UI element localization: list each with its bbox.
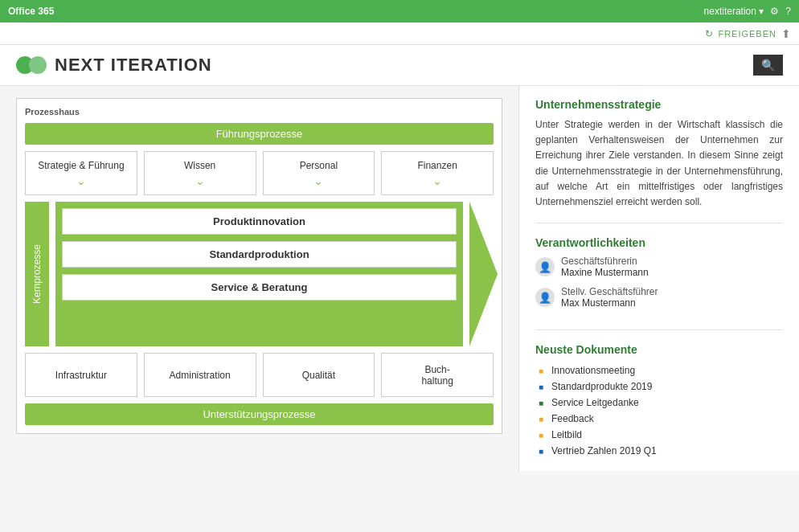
person-item-2: 👤 Stellv. Geschäftsführer Max Mustermann — [535, 286, 783, 309]
finanzen-chevron: ⌄ — [432, 174, 442, 187]
middle-section: Kernprozesse Produktinnovation Standardp… — [25, 202, 494, 346]
top-box-wissen-label: Wissen — [184, 160, 215, 171]
top-box-strategie[interactable]: Strategie & Führung ⌄ — [25, 151, 137, 195]
bottom-box-buchhaltung[interactable]: Buch-haltung — [381, 353, 494, 397]
kern-row-service[interactable]: Service & Beratung — [62, 274, 457, 301]
logo-circle-2 — [29, 56, 47, 74]
dok-icon-2: ■ — [535, 381, 547, 392]
search-button[interactable]: 🔍 — [753, 55, 783, 76]
top-box-personal[interactable]: Personal ⌄ — [263, 151, 375, 195]
refresh-icon[interactable]: ↻ — [705, 28, 713, 39]
dokumente-title: Neuste Dokumente — [535, 343, 783, 356]
kern-arrow-body: Produktinnovation Standardproduktion Ser… — [55, 202, 463, 346]
logo-circles — [16, 56, 47, 74]
list-item[interactable]: ■ Vertrieb Zahlen 2019 Q1 — [535, 443, 783, 459]
person-icon-2: 👤 — [535, 288, 555, 307]
list-item[interactable]: ■ Innovationsmeeting — [535, 362, 783, 379]
prozesshaus-label: Prozesshaus — [25, 107, 494, 117]
wissen-chevron: ⌄ — [195, 174, 205, 187]
top-box-finanzen-label: Finanzen — [417, 160, 457, 171]
question-icon[interactable]: ? — [785, 6, 791, 17]
top-box-wissen[interactable]: Wissen ⌄ — [144, 151, 256, 195]
gear-icon[interactable]: ⚙ — [770, 6, 779, 17]
dok-icon-6: ■ — [535, 445, 547, 456]
logo-area: NEXT ITERATION — [16, 55, 212, 76]
fuhrungsprozesse-bar[interactable]: Führungsprozesse — [25, 123, 494, 145]
person-info-2: Stellv. Geschäftsführer Max Mustermann — [561, 286, 658, 309]
personal-chevron: ⌄ — [313, 174, 323, 187]
main-content: Prozesshaus Führungsprozesse Strategie &… — [0, 86, 799, 471]
bottom-box-qualitat[interactable]: Qualität — [263, 353, 375, 397]
top-box-finanzen[interactable]: Finanzen ⌄ — [381, 151, 494, 195]
strategie-chevron: ⌄ — [76, 174, 86, 187]
bottom-box-administration[interactable]: Administration — [144, 353, 256, 397]
dokumente-list: ■ Innovationsmeeting ■ Standardprodukte … — [535, 362, 783, 459]
top-box-strategie-label: Strategie & Führung — [38, 160, 124, 171]
dok-name-3: Service Leitgedanke — [551, 397, 639, 408]
dok-icon-1: ■ — [535, 365, 547, 376]
left-panel: Prozesshaus Führungsprozesse Strategie &… — [0, 86, 518, 471]
top-box-personal-label: Personal — [300, 160, 338, 171]
top-boxes: Strategie & Führung ⌄ Wissen ⌄ Personal … — [25, 151, 494, 195]
prozesshaus-box: Prozesshaus Führungsprozesse Strategie &… — [16, 98, 502, 434]
kernprozesse-label-box: Kernprozesse — [25, 202, 49, 346]
dok-icon-3: ■ — [535, 397, 547, 408]
dok-name-1: Innovationsmeeting — [551, 365, 635, 376]
list-item[interactable]: ■ Standardprodukte 2019 — [535, 379, 783, 395]
bottom-box-infrastruktur[interactable]: Infrastruktur — [25, 353, 137, 397]
top-bar-right: nextiteration ▾ ⚙ ? — [704, 6, 791, 17]
person-role-2: Stellv. Geschäftsführer — [561, 286, 658, 297]
bottom-boxes: Infrastruktur Administration Qualität Bu… — [25, 353, 494, 397]
unterstutzungsprozesse-bar[interactable]: Unterstützungsprozesse — [25, 403, 494, 425]
dok-icon-4: ■ — [535, 413, 547, 424]
top-bar: Office 365 nextiteration ▾ ⚙ ? — [0, 0, 799, 23]
kern-row-standardproduktion[interactable]: Standardproduktion — [62, 241, 457, 268]
sub-bar: ↻ FREIGEBEN ⬆ — [0, 23, 799, 45]
list-item[interactable]: ■ Leitbild — [535, 427, 783, 443]
strategy-desc: Unter Strategie werden in der Wirtschaft… — [535, 117, 783, 223]
person-name-1: Maxine Mustermann — [561, 267, 649, 278]
kern-row-produktinnovation[interactable]: Produktinnovation — [62, 208, 457, 235]
dok-name-5: Leitbild — [551, 429, 582, 440]
verantwortlichkeiten-section: Verantwortlichkeiten 👤 Geschäftsführerin… — [535, 236, 783, 330]
dok-name-2: Standardprodukte 2019 — [551, 381, 652, 392]
person-info-1: Geschäftsführerin Maxine Mustermann — [561, 256, 649, 278]
app-name: Office 365 — [8, 6, 54, 17]
freigeben-label[interactable]: FREIGEBEN — [718, 29, 776, 39]
user-menu[interactable]: nextiteration ▾ — [704, 6, 764, 17]
kern-arrow-tip — [469, 202, 498, 346]
person-role-1: Geschäftsführerin — [561, 256, 649, 267]
freigeben-area: ↻ FREIGEBEN ⬆ — [705, 27, 791, 40]
share-icon[interactable]: ⬆ — [781, 27, 791, 40]
person-item-1: 👤 Geschäftsführerin Maxine Mustermann — [535, 256, 783, 278]
verantwortlichkeiten-title: Verantwortlichkeiten — [535, 236, 783, 249]
header: NEXT ITERATION 🔍 — [0, 45, 799, 86]
dok-name-4: Feedback — [551, 413, 594, 424]
right-panel: Unternehmensstrategie Unter Strategie we… — [518, 86, 799, 471]
person-icon-1: 👤 — [535, 257, 555, 276]
dok-name-6: Vertrieb Zahlen 2019 Q1 — [551, 445, 657, 456]
dok-icon-5: ■ — [535, 429, 547, 440]
kernprozesse-label: Kernprozesse — [31, 244, 43, 304]
list-item[interactable]: ■ Service Leitgedanke — [535, 395, 783, 411]
person-name-2: Max Mustermann — [561, 297, 658, 309]
list-item[interactable]: ■ Feedback — [535, 411, 783, 427]
strategy-title: Unternehmensstrategie — [535, 98, 783, 111]
logo-text: NEXT ITERATION — [55, 55, 212, 76]
